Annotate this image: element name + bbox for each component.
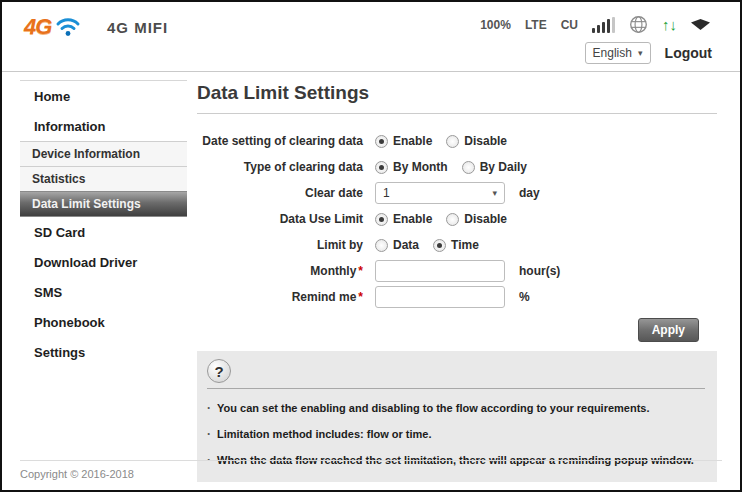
chevron-down-icon: ▾ [638,48,643,58]
globe-icon [629,15,648,34]
status-bar: 100% LTE CU ↑ ↓ [480,15,710,34]
apply-button[interactable]: Apply [638,318,699,342]
sidebar-item-sms[interactable]: SMS [20,277,187,307]
main-content: Data Limit Settings Date setting of clea… [197,82,717,482]
field-label: Monthly* [197,264,363,278]
sidebar-item-data-limit-settings[interactable]: Data Limit Settings [20,191,187,217]
sidebar-item-home[interactable]: Home [20,81,187,111]
brand-logo: 4G [24,14,81,40]
radio-icon[interactable] [375,213,388,226]
footer: Copyright © 2016-2018 [20,460,722,480]
operator-label: CU [561,18,578,32]
form-row-date-setting: Date setting of clearing data Enable Dis… [197,128,717,154]
clear-date-select[interactable]: 1 ▾ [375,182,505,204]
field-label: Clear date [197,186,363,200]
app-title: 4G MIFI [107,19,168,36]
page-title: Data Limit Settings [197,82,717,114]
remind-me-input[interactable] [375,286,505,308]
copyright-text: Copyright © 2016-2018 [20,468,722,480]
form-row-clear-date: Clear date 1 ▾ day [197,180,717,206]
sidebar-item-sd-card[interactable]: SD Card [20,217,187,247]
radio-option-enable[interactable]: Enable [375,212,432,226]
logout-button[interactable]: Logout [665,45,712,61]
field-label: Limit by [197,238,363,252]
header: 4G 4G MIFI 100% LTE CU ↑ ↓ [2,2,740,72]
form-row-limit-by: Limit by Data Time [197,232,717,258]
required-asterisk: * [358,290,363,304]
apply-row: Apply [197,318,699,342]
signal-bars-icon [592,17,615,33]
help-icon: ? [207,359,231,383]
sidebar-item-phonebook[interactable]: Phonebook [20,307,187,337]
wifi-status-icon [691,19,710,30]
field-label: Remind me* [197,290,363,304]
radio-icon[interactable] [375,161,388,174]
unit-label: % [519,290,530,304]
radio-icon[interactable] [433,239,446,252]
sidebar-nav: Home Information Device Information Stat… [20,80,187,367]
unit-label: hour(s) [519,264,560,278]
sidebar-item-device-information[interactable]: Device Information [20,141,187,166]
radio-option-by-month[interactable]: By Month [375,160,448,174]
field-label: Date setting of clearing data [197,134,363,148]
form-row-clearing-type: Type of clearing data By Month By Daily [197,154,717,180]
field-label: Data Use Limit [197,212,363,226]
radio-option-data[interactable]: Data [375,238,419,252]
help-divider [207,388,705,389]
clear-date-select-value: 1 [383,186,390,200]
bullet-icon: · [207,428,217,441]
bullet-icon: · [207,402,217,415]
battery-percent: 100% [480,18,511,32]
chevron-down-icon: ▾ [492,188,497,198]
header-actions: English ▾ Logout [585,42,712,64]
sidebar-item-information[interactable]: Information [20,111,187,141]
data-limit-form: Date setting of clearing data Enable Dis… [197,128,717,342]
sidebar-item-settings[interactable]: Settings [20,337,187,367]
sidebar-item-download-driver[interactable]: Download Driver [20,247,187,277]
wifi-logo-icon [55,15,81,37]
radio-icon[interactable] [446,135,459,148]
network-type-label: LTE [525,18,547,32]
router-admin-page: 4G 4G MIFI 100% LTE CU ↑ ↓ [0,0,742,492]
help-bullet: · You can set the enabling and disabling… [207,402,705,415]
form-row-data-use-limit: Data Use Limit Enable Disable [197,206,717,232]
required-asterisk: * [358,264,363,278]
language-select[interactable]: English ▾ [585,42,651,64]
form-row-monthly: Monthly* hour(s) [197,258,717,284]
radio-icon[interactable] [446,213,459,226]
logo-4g-text: 4G [24,14,51,40]
language-select-value: English [593,46,632,60]
unit-label: day [519,186,540,200]
radio-icon[interactable] [375,239,388,252]
arrow-up-icon: ↑ [662,17,670,32]
traffic-arrows-icon: ↑ ↓ [662,17,677,32]
radio-option-enable[interactable]: Enable [375,134,432,148]
form-row-remind-me: Remind me* % [197,284,717,310]
field-label: Type of clearing data [197,160,363,174]
radio-option-disable[interactable]: Disable [446,212,507,226]
sidebar-item-statistics[interactable]: Statistics [20,166,187,191]
radio-option-time[interactable]: Time [433,238,479,252]
radio-option-disable[interactable]: Disable [446,134,507,148]
radio-option-by-daily[interactable]: By Daily [462,160,527,174]
arrow-down-icon: ↓ [670,17,678,32]
monthly-input[interactable] [375,260,505,282]
radio-icon[interactable] [375,135,388,148]
help-bullet: · Limitation method includes: flow or ti… [207,428,705,441]
radio-icon[interactable] [462,161,475,174]
